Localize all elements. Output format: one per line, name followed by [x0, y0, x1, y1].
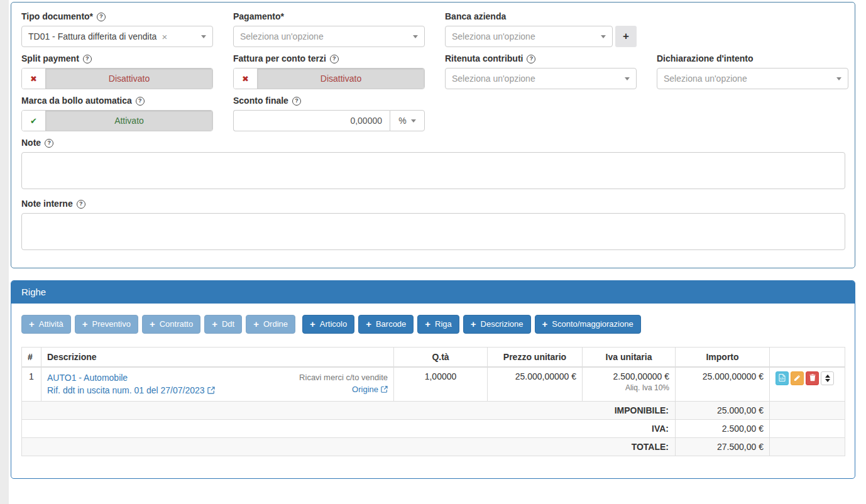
marca-da-bollo-label-text: Marca da bollo automatica — [21, 95, 132, 107]
note-label-text: Note — [21, 137, 41, 149]
header-qta: Q.tà — [394, 348, 488, 368]
banca-azienda-label-text: Banca azienda — [445, 11, 506, 23]
button-label: Ddt — [222, 319, 234, 330]
field-note-interne: Note interne ? — [21, 198, 845, 250]
row-detail-button[interactable] — [776, 371, 789, 385]
imponibile-label: IMPONIBILE: — [22, 402, 676, 420]
help-icon[interactable]: ? — [527, 55, 535, 63]
add-articolo-button[interactable]: + Articolo — [302, 315, 354, 334]
help-icon[interactable]: ? — [77, 200, 85, 209]
tipo-documento-label: Tipo documento* ? — [21, 11, 213, 23]
button-label: Ordine — [263, 319, 288, 330]
fattura-conto-terzi-label-text: Fattura per conto terzi — [233, 53, 326, 65]
cross-icon: ✖ — [22, 68, 46, 89]
header-prezzo-unitario: Prezzo unitario — [488, 348, 583, 368]
header-importo: Importo — [676, 348, 770, 368]
add-sconto-maggiorazione-button[interactable]: + Sconto/maggiorazione — [535, 315, 641, 334]
note-interne-label: Note interne ? — [21, 198, 845, 210]
plus-icon: + — [425, 320, 430, 329]
button-label: Barcode — [376, 319, 406, 330]
button-label: Descrizione — [481, 319, 523, 330]
banca-azienda-label: Banca azienda — [445, 11, 637, 23]
row-actions-cell — [770, 367, 845, 402]
row-description-cell: AUTO1 - Automobile Rif. ddt in uscita nu… — [41, 367, 394, 402]
origine-text: Origine — [352, 385, 378, 394]
righe-panel: Righe + Attività + Preventivo + Contratt… — [11, 280, 855, 479]
iva-value: 2.500,00 € — [676, 420, 770, 438]
add-banca-button[interactable]: + — [615, 26, 637, 47]
iva-label: IVA: — [22, 420, 676, 438]
pagamento-placeholder: Seleziona un'opzione — [240, 31, 324, 41]
add-contratto-button[interactable]: + Contratto — [142, 315, 200, 334]
caret-down-icon — [601, 35, 606, 38]
tipo-documento-select[interactable]: TD01 - Fattura differita di vendita × — [21, 26, 213, 47]
totale-value: 27.500,00 € — [676, 438, 770, 456]
split-payment-toggle[interactable]: ✖ Disattivato — [21, 68, 213, 89]
row-iva-cell: 2.500,00000 € Aliq. Iva 10% — [583, 367, 676, 402]
split-payment-label-text: Split payment — [21, 53, 79, 65]
sconto-finale-input[interactable] — [233, 110, 390, 131]
plus-icon: + — [212, 320, 217, 329]
button-label: Contratto — [160, 319, 193, 330]
note-textarea[interactable] — [21, 152, 845, 189]
fattura-conto-terzi-label: Fattura per conto terzi ? — [233, 53, 425, 65]
table-row: 1 AUTO1 - Automobile Rif. ddt in uscita … — [22, 367, 845, 402]
external-link-icon — [207, 385, 215, 397]
field-sconto-finale: Sconto finale ? % — [233, 95, 425, 131]
summary-row-imponibile: IMPONIBILE: 25.000,00 € — [22, 402, 845, 420]
sconto-finale-label-text: Sconto finale — [233, 95, 288, 107]
pagamento-select[interactable]: Seleziona un'opzione — [233, 26, 425, 47]
add-preventivo-button[interactable]: + Preventivo — [75, 315, 138, 334]
row-edit-button[interactable] — [791, 371, 804, 385]
field-fattura-conto-terzi: Fattura per conto terzi ? ✖ Disattivato — [233, 53, 425, 89]
trash-icon — [809, 374, 816, 383]
summary-empty-cell — [770, 420, 845, 438]
add-barcode-button[interactable]: + Barcode — [358, 315, 414, 334]
pagamento-label: Pagamento* — [233, 11, 425, 23]
field-banca-azienda: Banca azienda Seleziona un'opzione + — [445, 11, 637, 47]
add-ordine-button[interactable]: + Ordine — [246, 315, 295, 334]
row-delete-button[interactable] — [806, 371, 819, 385]
note-label: Note ? — [21, 137, 845, 149]
row-iva-note: Aliq. Iva 10% — [588, 383, 669, 392]
left-gutter — [0, 0, 9, 504]
help-icon[interactable]: ? — [136, 97, 145, 106]
help-icon[interactable]: ? — [45, 139, 53, 148]
righe-table: # Descrizione Q.tà Prezzo unitario Iva u… — [21, 347, 845, 456]
ritenuta-contributi-label: Ritenuta contributi ? — [445, 53, 637, 65]
dichiarazione-intento-select[interactable]: Seleziona un'opzione — [657, 68, 848, 89]
row-sort-handle[interactable] — [821, 371, 834, 385]
ddt-reference-link[interactable]: Rif. ddt in uscita num. 01 del 27/07/202… — [47, 385, 215, 395]
help-icon[interactable]: ? — [83, 55, 92, 63]
field-note: Note ? — [21, 137, 845, 189]
banca-azienda-select[interactable]: Seleziona un'opzione — [445, 26, 613, 47]
dichiarazione-intento-label: Dichiarazione d'intento — [657, 53, 848, 65]
field-pagamento: Pagamento* Seleziona un'opzione — [233, 11, 425, 47]
help-icon[interactable]: ? — [97, 13, 106, 21]
plus-icon: + — [150, 320, 155, 329]
button-label: Articolo — [320, 319, 347, 330]
add-ddt-button[interactable]: + Ddt — [204, 315, 242, 334]
field-ritenuta-contributi: Ritenuta contributi ? Seleziona un'opzio… — [445, 53, 637, 89]
righe-toolbar: + Attività + Preventivo + Contratto + Dd… — [21, 315, 845, 334]
help-icon[interactable]: ? — [292, 97, 301, 106]
help-icon[interactable]: ? — [330, 55, 339, 63]
ddt-reference-text: Rif. ddt in uscita num. 01 del 27/07/202… — [47, 385, 205, 395]
clear-icon[interactable]: × — [162, 31, 167, 42]
ritenuta-contributi-select[interactable]: Seleziona un'opzione — [445, 68, 637, 89]
summary-empty-cell — [770, 402, 845, 420]
field-dichiarazione-intento: Dichiarazione d'intento Seleziona un'opz… — [657, 53, 848, 89]
fattura-conto-terzi-toggle[interactable]: ✖ Disattivato — [233, 68, 425, 89]
add-attivita-button[interactable]: + Attività — [21, 315, 71, 334]
page: Tipo documento* ? TD01 - Fattura differi… — [0, 0, 866, 504]
origine-link[interactable]: Origine — [352, 385, 388, 394]
article-link[interactable]: AUTO1 - Automobile — [47, 373, 128, 383]
sconto-finale-unit-select[interactable]: % — [390, 110, 425, 131]
add-descrizione-button[interactable]: + Descrizione — [463, 315, 531, 334]
header-num: # — [22, 348, 41, 368]
marca-da-bollo-toggle[interactable]: ✔ Attivato — [21, 110, 213, 131]
check-icon: ✔ — [22, 111, 46, 131]
add-riga-button[interactable]: + Riga — [417, 315, 459, 334]
note-interne-textarea[interactable] — [21, 213, 845, 250]
plus-icon: + — [82, 320, 88, 329]
